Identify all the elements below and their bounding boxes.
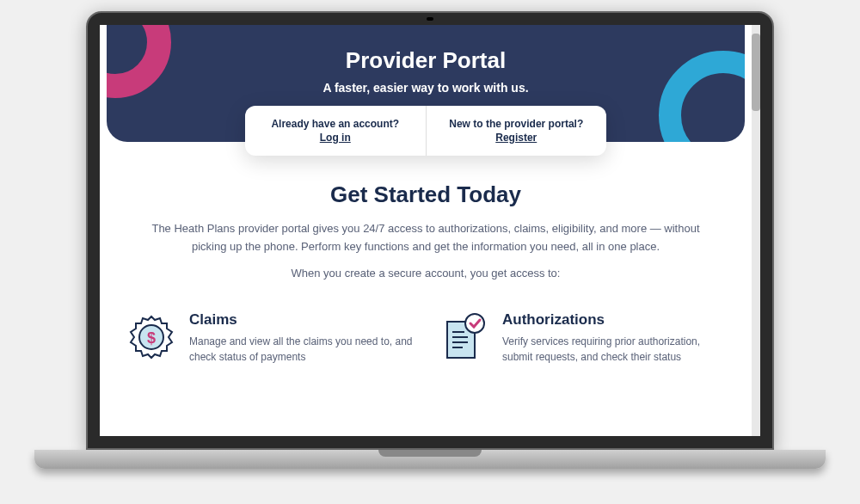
laptop-base — [34, 450, 826, 469]
svg-point-7 — [465, 314, 484, 333]
document-check-icon — [439, 311, 490, 363]
register-link[interactable]: Register — [435, 132, 599, 144]
intro-section: Get Started Today The Heath Plans provid… — [100, 156, 752, 304]
page-title: Provider Portal — [124, 47, 728, 74]
feature-claims-text: Claims Manage and view all the claims yo… — [189, 311, 413, 365]
feature-auth-desc: Verify services requiring prior authoriz… — [502, 334, 726, 365]
register-section: New to the provider portal? Register — [427, 106, 607, 156]
feature-claims-title: Claims — [189, 311, 413, 329]
feature-auth-text: Authorizations Verify services requiring… — [502, 311, 726, 365]
screen: Provider Portal A faster, easier way to … — [100, 25, 760, 436]
intro-body: The Heath Plans provider portal gives yo… — [151, 220, 700, 256]
page-subtitle: A faster, easier way to work with us. — [124, 81, 728, 95]
login-section: Already have an account? Log in — [245, 106, 427, 156]
login-prompt: Already have an account? — [271, 118, 399, 130]
intro-heading: Get Started Today — [151, 181, 700, 208]
gear-dollar-icon: $ — [126, 311, 177, 363]
scrollbar-thumb[interactable] — [752, 34, 760, 111]
svg-text:$: $ — [147, 329, 156, 347]
login-link[interactable]: Log in — [254, 132, 417, 144]
register-prompt: New to the provider portal? — [449, 118, 583, 130]
page-content: Provider Portal A faster, easier way to … — [100, 25, 752, 436]
laptop-frame: Provider Portal A faster, easier way to … — [34, 11, 826, 493]
scrollbar[interactable] — [752, 25, 760, 436]
feature-claims-desc: Manage and view all the claims you need … — [189, 334, 413, 365]
cta-card: Already have an account? Log in New to t… — [245, 106, 606, 156]
laptop-notch — [378, 450, 482, 457]
feature-authorizations: Authorizations Verify services requiring… — [439, 311, 726, 365]
features-row: $ Claims Manage and view all the claims … — [100, 304, 752, 372]
feature-auth-title: Authorizations — [502, 311, 726, 329]
intro-lead: When you create a secure account, you ge… — [151, 265, 700, 283]
feature-claims: $ Claims Manage and view all the claims … — [126, 311, 413, 365]
camera-icon — [427, 17, 433, 21]
laptop-bezel: Provider Portal A faster, easier way to … — [86, 11, 774, 450]
